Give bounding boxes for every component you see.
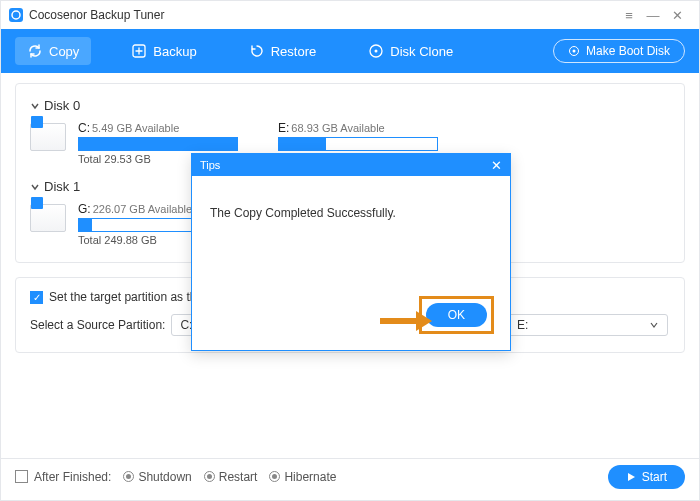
close-icon[interactable]: ✕ bbox=[665, 8, 689, 23]
refresh-icon bbox=[27, 43, 43, 59]
ok-label: OK bbox=[448, 308, 465, 322]
radio-restart-label: Restart bbox=[219, 470, 258, 484]
titlebar: Cocosenor Backup Tuner ≡ — ✕ bbox=[1, 1, 699, 29]
gear-icon bbox=[568, 45, 580, 57]
make-boot-disk-button[interactable]: Make Boot Disk bbox=[553, 39, 685, 63]
part-e-label: E: bbox=[278, 121, 289, 135]
dialog-body: The Copy Completed Successfully. bbox=[192, 176, 510, 286]
menu-icon[interactable]: ≡ bbox=[617, 8, 641, 23]
hdd-icon bbox=[30, 204, 66, 232]
radio-hibernate-label: Hibernate bbox=[284, 470, 336, 484]
target-value: E: bbox=[517, 318, 528, 332]
tab-backup[interactable]: Backup bbox=[119, 37, 208, 65]
dialog-titlebar: Tips ✕ bbox=[192, 154, 510, 176]
tab-backup-label: Backup bbox=[153, 44, 196, 59]
part-e-avail: 68.93 GB Available bbox=[291, 122, 384, 134]
part-e-bar[interactable] bbox=[278, 137, 438, 151]
app-logo-icon bbox=[9, 8, 23, 22]
target-select[interactable]: E: bbox=[508, 314, 668, 336]
chevron-down-icon bbox=[30, 182, 40, 192]
plus-box-icon bbox=[131, 43, 147, 59]
tab-restore[interactable]: Restore bbox=[237, 37, 329, 65]
start-button[interactable]: Start bbox=[608, 465, 685, 489]
app-title: Cocosenor Backup Tuner bbox=[29, 8, 164, 22]
start-label: Start bbox=[642, 470, 667, 484]
dialog-close-icon[interactable]: ✕ bbox=[491, 158, 502, 173]
radio-shutdown-label: Shutdown bbox=[138, 470, 191, 484]
dialog-message: The Copy Completed Successfully. bbox=[210, 206, 396, 220]
disk-icon bbox=[368, 43, 384, 59]
toolbar: Copy Backup Restore Disk Clone Make Boot… bbox=[1, 29, 699, 73]
part-c-avail: 5.49 GB Available bbox=[92, 122, 179, 134]
make-boot-label: Make Boot Disk bbox=[586, 44, 670, 58]
disk-header-0[interactable]: Disk 0 bbox=[30, 98, 670, 113]
play-icon bbox=[626, 472, 636, 482]
dialog-title: Tips bbox=[200, 159, 220, 171]
radio-shutdown[interactable] bbox=[123, 471, 134, 482]
tab-diskclone[interactable]: Disk Clone bbox=[356, 37, 465, 65]
svg-point-0 bbox=[12, 11, 20, 19]
footer: After Finished: Shutdown Restart Hiberna… bbox=[1, 458, 699, 494]
chevron-down-icon bbox=[30, 101, 40, 111]
source-label: Select a Source Partition: bbox=[30, 318, 165, 332]
tab-diskclone-label: Disk Clone bbox=[390, 44, 453, 59]
disk1-name: Disk 1 bbox=[44, 179, 80, 194]
chevron-down-icon bbox=[649, 320, 659, 330]
part-c-label: C: bbox=[78, 121, 90, 135]
after-finished-checkbox[interactable] bbox=[15, 470, 28, 483]
tab-copy[interactable]: Copy bbox=[15, 37, 91, 65]
tips-dialog: Tips ✕ The Copy Completed Successfully. … bbox=[191, 153, 511, 351]
dialog-footer: OK bbox=[192, 286, 510, 350]
part-c-bar[interactable] bbox=[78, 137, 238, 151]
minimize-icon[interactable]: — bbox=[641, 8, 665, 23]
part-g-label: G: bbox=[78, 202, 91, 216]
checkbox-checked-icon[interactable]: ✓ bbox=[30, 291, 43, 304]
part-g-avail: 226.07 GB Available bbox=[93, 203, 192, 215]
annotation-arrow-icon bbox=[378, 309, 434, 333]
radio-restart[interactable] bbox=[204, 471, 215, 482]
tab-restore-label: Restore bbox=[271, 44, 317, 59]
hdd-icon bbox=[30, 123, 66, 151]
svg-point-5 bbox=[572, 50, 575, 53]
tab-copy-label: Copy bbox=[49, 44, 79, 59]
ok-button[interactable]: OK bbox=[426, 303, 487, 327]
after-finished-label: After Finished: bbox=[34, 470, 111, 484]
svg-point-3 bbox=[375, 50, 378, 53]
radio-hibernate[interactable] bbox=[269, 471, 280, 482]
disk0-name: Disk 0 bbox=[44, 98, 80, 113]
restore-icon bbox=[249, 43, 265, 59]
